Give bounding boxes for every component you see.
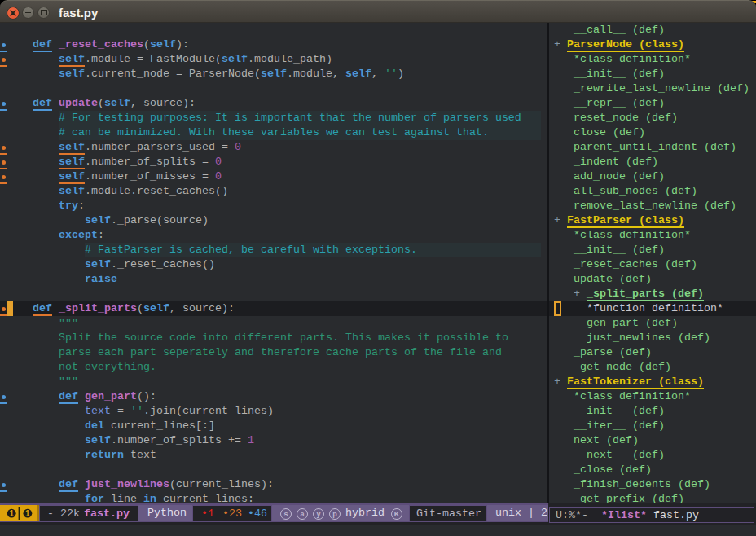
svg-text:1: 1 (9, 508, 14, 517)
svg-text:1: 1 (25, 508, 30, 517)
